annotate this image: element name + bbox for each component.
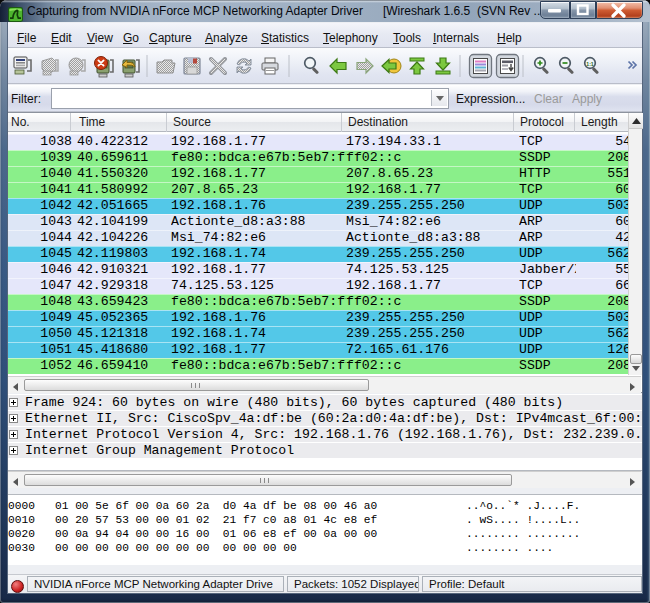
svg-text:1:1: 1:1 [586, 61, 594, 67]
